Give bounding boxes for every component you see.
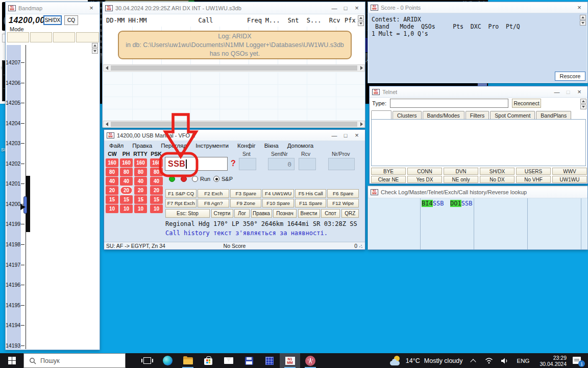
run-radio[interactable] — [192, 176, 198, 182]
telnet-command-button[interactable]: Yes DX — [407, 176, 442, 183]
telnet-command-button[interactable]: DVN — [444, 168, 478, 175]
tray-expand-icon[interactable] — [470, 359, 476, 364]
bandmap-field-3[interactable] — [53, 32, 75, 42]
sp-radio[interactable] — [213, 176, 219, 182]
action-button[interactable]: Спот — [321, 209, 340, 218]
function-key-button[interactable]: F9 Zone — [230, 199, 261, 208]
close-icon[interactable]: × — [86, 4, 97, 13]
band-button[interactable]: 10 — [134, 204, 147, 213]
weather-widget[interactable]: 14°C Mostly cloudy — [385, 356, 468, 366]
log-column-header[interactable]: Pfx — [345, 17, 358, 24]
telnet-tab[interactable]: Spot Comment — [490, 111, 535, 119]
menu-item[interactable]: Файл — [109, 143, 124, 149]
band-button[interactable]: 10 — [120, 204, 133, 213]
band-button[interactable]: 80 — [106, 168, 118, 176]
telnet-command-button[interactable]: Clear NE — [371, 176, 406, 183]
telnet-tab[interactable]: BandPlans — [536, 111, 571, 119]
log-titlebar[interactable]: N1MM 30.04.2024 20:29:25Z ARI DX INT - U… — [103, 2, 365, 14]
action-button[interactable]: Внести — [298, 209, 320, 218]
log-column-header[interactable]: S... — [303, 17, 325, 24]
check-titlebar[interactable]: N1MM Check Log/Master/Telnet/Exch/Call h… — [368, 186, 587, 198]
band-button[interactable]: 40 — [134, 177, 147, 186]
scroll-right-icon[interactable] — [358, 65, 364, 71]
entry-titlebar[interactable]: N1MM 14200,00 USB Manual - VFO A — □ × — [104, 130, 365, 141]
cq-button[interactable]: CQ — [64, 15, 78, 25]
band-button[interactable]: 20 — [150, 186, 163, 195]
function-key-button[interactable]: F1 S&P CQ — [165, 189, 197, 198]
snt-input[interactable] — [239, 158, 256, 170]
band-button[interactable]: 15 — [150, 195, 163, 204]
band-button[interactable]: 40 — [150, 177, 163, 186]
check-callsign-entry[interactable]: DO1SSB — [450, 200, 472, 207]
band-button[interactable]: 80 — [134, 168, 147, 176]
band-button[interactable]: 160 — [134, 158, 147, 167]
function-key-button[interactable]: F3 Spare — [230, 189, 261, 198]
band-button[interactable]: 160 — [120, 158, 133, 167]
minimize-icon[interactable]: — — [329, 4, 340, 13]
callsign-input[interactable]: SSB — [165, 157, 228, 171]
notification-center[interactable]: 1 — [572, 353, 585, 368]
log-column-header[interactable]: M... — [262, 17, 283, 24]
action-button[interactable]: Лог — [234, 209, 250, 218]
minimize-icon[interactable]: — — [329, 131, 340, 140]
taskbar-n1mm[interactable]: N1MM — [280, 353, 300, 368]
rescore-button[interactable]: Rescore — [555, 72, 585, 81]
log-column-header[interactable]: Rcv — [325, 17, 345, 24]
bandmap-field-1[interactable] — [7, 32, 29, 42]
function-key-button[interactable]: F4 UW1WU — [262, 189, 293, 198]
band-button[interactable]: 15 — [120, 195, 133, 204]
telnet-command-button[interactable]: USERS — [516, 168, 551, 175]
band-button[interactable]: 40 — [120, 177, 133, 186]
maximize-icon[interactable]: □ — [562, 87, 574, 97]
scroll-left-icon[interactable] — [104, 65, 110, 71]
action-button[interactable]: Стерти — [211, 209, 233, 218]
log-scrollbar-upper[interactable] — [103, 64, 365, 72]
log-column-header[interactable]: Freq — [233, 17, 262, 24]
close-icon[interactable]: × — [351, 4, 362, 13]
sentnr-input[interactable]: 0 — [268, 158, 295, 170]
function-key-button[interactable]: F11 Spare — [295, 199, 326, 208]
score-titlebar[interactable]: N1MM Score - 0 Points × — [368, 2, 587, 13]
check-callsign-entry[interactable]: BI4SSB — [422, 200, 444, 207]
telnet-type-input[interactable] — [390, 99, 508, 108]
bandmap-titlebar[interactable]: N1MM Bandmap × — [6, 2, 100, 14]
spinner-down-icon[interactable] — [92, 49, 98, 54]
action-button[interactable]: QRZ — [341, 209, 359, 218]
taskbar-task-view[interactable] — [137, 353, 157, 368]
band-button[interactable]: 160 — [150, 158, 163, 167]
taskbar-sdr-app[interactable] — [300, 353, 321, 368]
start-button[interactable] — [0, 353, 23, 368]
scrollbar-thumb[interactable] — [111, 122, 357, 127]
telnet-command-button[interactable]: UW1WU — [552, 176, 587, 183]
spinner-down-icon[interactable] — [580, 104, 586, 109]
taskbar-edge[interactable] — [157, 353, 178, 368]
menu-item[interactable]: Інструменти — [195, 143, 229, 149]
function-key-button[interactable]: F2 Exch — [198, 189, 229, 198]
band-button[interactable]: 20 — [120, 186, 133, 195]
telnet-command-button[interactable]: No DX — [480, 176, 514, 183]
function-key-button[interactable]: F5 His Call — [295, 189, 326, 198]
spinner-up-icon[interactable] — [580, 15, 586, 20]
menu-item[interactable]: Конфіг — [237, 143, 256, 149]
function-key-button[interactable]: F12 Wipe — [327, 199, 358, 208]
wifi-icon[interactable] — [485, 357, 493, 364]
band-button[interactable]: 20 — [106, 186, 118, 195]
log-column-header[interactable]: Call — [178, 17, 233, 24]
telnet-tab[interactable]: Bands/Modes — [423, 111, 464, 119]
taskbar-mail[interactable] — [218, 353, 239, 368]
band-button[interactable]: 10 — [106, 204, 118, 213]
bandmap-field-2[interactable] — [30, 32, 52, 42]
spinner-up-icon[interactable] — [92, 43, 98, 48]
log-column-header[interactable]: Snt — [283, 17, 303, 24]
telnet-command-button[interactable]: NE only — [444, 176, 478, 183]
function-key-button[interactable]: F8 Agn? — [198, 199, 229, 208]
spinner-up-icon[interactable] — [580, 99, 586, 104]
action-button[interactable]: Esc: Stop — [165, 209, 210, 218]
band-button[interactable]: 20 — [134, 186, 147, 195]
volume-icon[interactable] — [500, 357, 508, 364]
telnet-tab-blank[interactable] — [371, 110, 391, 119]
taskbar-store[interactable] — [198, 353, 218, 368]
telnet-command-button[interactable]: No VHF — [516, 176, 551, 183]
function-key-button[interactable]: F7 Rpt Exch — [165, 199, 197, 208]
close-icon[interactable]: × — [351, 131, 362, 140]
